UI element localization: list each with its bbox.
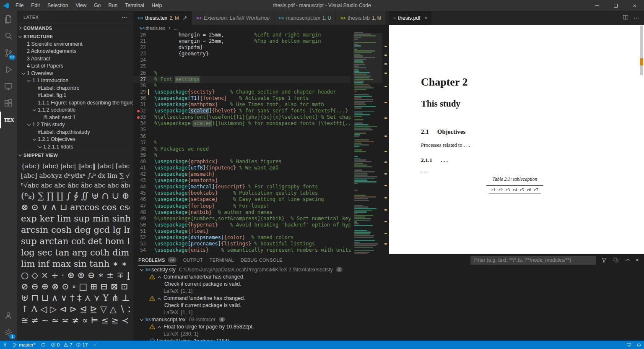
collapse-related-icon[interactable]: [156, 295, 163, 302]
close-tab-icon[interactable]: ×: [424, 15, 428, 21]
code-line-41[interactable]: 41\usepackage[utf8]{inputenc} % We want …: [133, 165, 351, 171]
structure-item[interactable]: 1 Scientific environment: [17, 40, 133, 48]
code-editor[interactable]: 20 hmargin = 25mm, %Left and right margi…: [133, 31, 389, 254]
pdf-preview[interactable]: Chapter 2 This study 2.1Objectives Proce…: [389, 25, 644, 254]
code-line-26[interactable]: 26%: [133, 70, 351, 76]
code-line-53[interactable]: 53\usepackage[procnames]{listings} % bea…: [133, 241, 351, 247]
close-window-button[interactable]: ×: [625, 0, 644, 11]
code-line-23[interactable]: 23 {geometry}: [133, 51, 351, 57]
chevron-down-icon[interactable]: [26, 121, 32, 128]
code-line-39[interactable]: 39%: [133, 152, 351, 159]
tab-extension-latex-workshop[interactable]: TeX Extension: LaTeX Workshop: [192, 11, 275, 25]
pin-icon[interactable]: [183, 16, 187, 20]
run-debug-icon[interactable]: [0, 61, 17, 78]
git-branch[interactable]: master*: [10, 341, 38, 349]
minimize-button[interactable]: [587, 0, 606, 11]
code-line-21[interactable]: 21 vmargin = 25mm, %Top and bottom margi…: [133, 38, 351, 44]
section-snippet-view[interactable]: SNIPPET VIEW: [17, 151, 133, 159]
problem-row[interactable]: Underfull \vbox (badness 1184): [133, 337, 644, 341]
snippet-line[interactable]: ⌊abc⌋ abc⁄xyz dⁿy⁄dxⁿ ∫ₐᵇ dx lim ∑ √abc: [21, 171, 130, 181]
restore-button[interactable]: [606, 0, 625, 11]
code-line-49[interactable]: 49%\usepackage[numbers,sort&compress]{na…: [133, 216, 351, 222]
remote-explorer-icon[interactable]: [0, 78, 17, 95]
snippet-line[interactable]: {abc} ⟨abc⟩ |abc| ‖abc‖ ⌊abc⌋ ⌈abc⌉: [21, 161, 130, 171]
menu-terminal[interactable]: Terminal: [121, 0, 148, 11]
snippet-line[interactable]: lim inf max sin tanh ∗ ∗ · • ∘: [21, 258, 130, 270]
breadcrumb-file[interactable]: thesis.tex: [145, 26, 165, 31]
code-line-36[interactable]: 36: [133, 133, 351, 140]
feedback-icon[interactable]: [624, 341, 634, 349]
close-panel-icon[interactable]: ×: [636, 257, 639, 263]
menu-go[interactable]: Go: [90, 0, 104, 11]
structure-item[interactable]: 1.1.2 sectiontitle: [17, 107, 133, 114]
problem-row[interactable]: Command \underbar has changed.: [133, 273, 644, 280]
breadcrumb[interactable]: TeX thesis.tex …: [133, 25, 389, 31]
problem-row[interactable]: TeXmanuscript.tex03-isotracer6: [133, 316, 644, 323]
git-sync-icon[interactable]: [38, 341, 48, 349]
snippet-line[interactable]: (ⁿₖ) ∑ ∏ ∐ ∫ ∮ ∬ ⊎ ∩ ∪ ⊕: [21, 190, 130, 202]
latex-workshop-icon[interactable]: TEX: [0, 112, 17, 128]
more-actions-icon[interactable]: ⋯: [634, 14, 640, 22]
snippet-line[interactable]: arcsin cosh deg gcd lg ln Pr: [21, 224, 130, 236]
code-line-43[interactable]: 43\usepackage{amsfonts}: [133, 177, 351, 184]
problems-filter-input[interactable]: [470, 256, 596, 265]
structure-item[interactable]: 1.1 Introduction: [17, 77, 133, 85]
problem-row[interactable]: Check if current package is valid.: [133, 280, 644, 287]
menu-view[interactable]: View: [72, 0, 90, 11]
structure-item[interactable]: 2 Acknowledgements: [17, 48, 133, 55]
sidebar-more-actions-icon[interactable]: ⋯: [122, 14, 128, 21]
code-line-46[interactable]: 46\usepackage{setspace} % Easy setting o…: [133, 196, 351, 203]
structure-item[interactable]: 3 Abstract: [17, 55, 133, 63]
structure-item[interactable]: #Label: fig:1: [17, 92, 133, 99]
structure-item[interactable]: #Label: chap:thisstudy: [17, 128, 133, 136]
structure-item[interactable]: 1 Overview: [17, 70, 133, 77]
chevron-down-icon[interactable]: [26, 77, 32, 84]
chevron-down-icon[interactable]: [20, 70, 27, 77]
filter-icon[interactable]: [600, 257, 608, 263]
structure-item[interactable]: 4 List of Papers: [17, 63, 133, 70]
code-line-27[interactable]: 27% Font settings: [133, 76, 351, 83]
pdf-scrollbar[interactable]: [640, 26, 643, 75]
code-line-50[interactable]: 50\usepackage{hypernat} % Avoid breaking…: [133, 222, 351, 228]
structure-item[interactable]: 1.2 This study: [17, 121, 133, 129]
open-in-editor-icon[interactable]: [612, 257, 620, 263]
code-line-34[interactable]: 34%\usepackage[scaled]{luximono} % for m…: [133, 120, 351, 127]
remote-indicator-icon[interactable]: [0, 341, 10, 349]
panel-tab-output[interactable]: OUTPUT: [183, 254, 203, 266]
overview-ruler[interactable]: [382, 31, 389, 254]
chevron-down-icon[interactable]: [36, 143, 43, 150]
tab-manuscript-tex[interactable]: TeX manuscript.tex 1, U: [274, 11, 336, 25]
chevron-down-icon[interactable]: [31, 107, 38, 113]
code-line-20[interactable]: 20 hmargin = 25mm, %Left and right margi…: [133, 32, 351, 38]
panel-tab-problems[interactable]: PROBLEMS24: [138, 254, 177, 266]
problem-row[interactable]: LaTeX[280, 1]: [133, 330, 644, 337]
code-line-25[interactable]: 25: [133, 63, 351, 70]
code-line-28[interactable]: 28%: [133, 83, 351, 89]
snippet-line[interactable]: sup arctan cot det hom lim: [21, 236, 130, 247]
section-commands[interactable]: COMMANDS: [17, 23, 133, 32]
chevron-down-icon[interactable]: [138, 316, 145, 323]
panel-tab-terminal[interactable]: TERMINAL: [210, 254, 234, 266]
collapse-related-icon[interactable]: [156, 324, 163, 331]
latex-build-status-check-icon[interactable]: [90, 341, 100, 349]
snippet-line[interactable]: exp ker lim sup min sinh: [21, 213, 130, 224]
structure-item[interactable]: 1.2.1 Objectives: [17, 136, 133, 143]
tab-thesis-bib[interactable]: TeX thesis.bib 1, M: [336, 11, 386, 25]
menu-file[interactable]: File: [12, 0, 27, 11]
maximize-panel-icon[interactable]: [624, 257, 631, 263]
split-editor-icon[interactable]: [623, 14, 628, 21]
code-line-48[interactable]: 48\usepackage{natbib} % author and names: [133, 209, 351, 216]
code-line-24[interactable]: 24: [133, 57, 351, 63]
structure-item[interactable]: 1.1.1 Figure: caption describing the fig…: [17, 99, 133, 107]
snippet-line[interactable]: ⊗ ⊙ ∨ ∧ ⊔ arccos cos csc: [21, 202, 130, 213]
menu-edit[interactable]: Edit: [27, 0, 44, 11]
snippet-line[interactable]: ○ ◇ × ÷ ⋅ ⊛ ⊚ ⊖ ∗ ± ∓ ∐: [21, 270, 130, 281]
snippet-line[interactable]: ↑ Λ ◁ ▷ ⊲ ⊳ ⊴ ⊵ ▽ △ ∖ ⋋ ⋌ ≡: [21, 304, 130, 315]
code-line-51[interactable]: 51\usepackage{float}: [133, 228, 351, 234]
code-line-37[interactable]: 37%: [133, 140, 351, 146]
snippet-line[interactable]: ⊘ ⊖ ⊕ ⊗ ⊙ ∘ □ ⊞ ⊟ ⊠ ⊡ ∩ ∪: [21, 281, 130, 292]
code-line-45[interactable]: 45\usepackage{booktabs} % Publication qu…: [133, 190, 351, 196]
snippet-line[interactable]: ≅ ≠ ∼ ≈ ≍ ≭ ∝ ⊨ ≤ ≥ ≺ ≻: [21, 315, 130, 326]
source-control-icon[interactable]: 52: [0, 44, 17, 61]
explorer-icon[interactable]: [0, 11, 17, 28]
